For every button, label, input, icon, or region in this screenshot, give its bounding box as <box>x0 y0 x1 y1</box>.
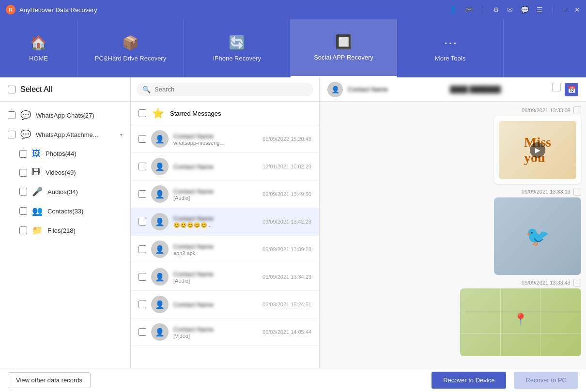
chat-item-6[interactable]: 👤 Contact Name [Audio] 09/09/2021 13:34:… <box>131 263 319 291</box>
chat-3-name: Contact Name <box>173 188 258 195</box>
videos-label: Videos(49) <box>46 169 123 176</box>
files-checkbox[interactable] <box>19 226 27 234</box>
miss-you-img-wrapper: Missyou ▶ <box>499 121 576 179</box>
chat-icon[interactable]: 💬 <box>521 6 529 14</box>
calendar-icon[interactable]: 📅 <box>565 83 578 96</box>
header-icons: 📅 <box>552 83 578 96</box>
discord-icon[interactable]: 🎮 <box>465 6 473 14</box>
select-all-checkbox[interactable] <box>8 86 15 93</box>
middle-panel: 🔍 ⭐ Starred Messages 👤 Contact Name what… <box>131 77 320 368</box>
chat-6-info: Contact Name [Audio] <box>173 271 258 284</box>
sidebar-item-files[interactable]: 📁 Files(218) <box>0 221 130 240</box>
chat-7-time: 06/03/2021 15:24:51 <box>262 302 311 307</box>
header-contact-name: Contact Name <box>348 86 445 93</box>
starred-checkbox[interactable] <box>139 109 146 117</box>
search-input[interactable] <box>154 86 308 93</box>
chat-item-2[interactable]: 👤 Contact Name 12/01/2021 10:02:20 <box>131 153 319 181</box>
chat-8-info: Contact Name [Video] <box>173 326 258 339</box>
nav-social-app[interactable]: 🔲 Social APP Recovery <box>291 19 397 77</box>
videos-icon: 🎞 <box>32 167 41 178</box>
msg-2-checkbox[interactable] <box>573 188 581 196</box>
nav-pc-hard-drive[interactable]: 📦 PC&Hard Drive Recovery <box>77 19 184 77</box>
photos-checkbox[interactable] <box>19 150 27 158</box>
chat-5-avatar: 👤 <box>151 241 169 258</box>
main-content: Select All 💬 WhatsApp Chats(27) 💬 WhatsA… <box>0 77 586 368</box>
separator <box>483 6 483 14</box>
chat-6-time: 09/09/2021 13:34:23 <box>262 274 311 280</box>
map-line-3 <box>500 288 501 356</box>
chat-2-checkbox[interactable] <box>139 163 146 170</box>
chat-6-name: Contact Name <box>173 271 258 278</box>
contacts-checkbox[interactable] <box>19 207 27 215</box>
close-button[interactable]: ✕ <box>574 6 580 14</box>
sidebar-item-audios[interactable]: 🎤 Audios(34) <box>0 182 130 201</box>
select-all-row: Select All <box>0 77 130 102</box>
app-title: AnyRecover Data Recovery <box>19 6 449 14</box>
header-name-blurred: ████ ███████ <box>450 86 547 93</box>
title-bar: R AnyRecover Data Recovery 👤 🎮 ⚙ ✉ 💬 ☰ −… <box>0 0 586 19</box>
minimize-button[interactable]: − <box>563 6 567 14</box>
sidebar-item-whatsapp-chats[interactable]: 💬 WhatsApp Chats(27) <box>0 106 130 125</box>
chat-1-checkbox[interactable] <box>139 135 146 143</box>
sidebar-item-contacts[interactable]: 👥 Contacts(33) <box>0 201 130 221</box>
search-wrapper: 🔍 <box>137 83 313 96</box>
msg-3-checkbox[interactable] <box>573 279 581 286</box>
settings-icon[interactable]: ⚙ <box>493 6 499 14</box>
chat-3-checkbox[interactable] <box>139 190 146 198</box>
nav-more-tools[interactable]: ⋯ More Tools <box>397 19 504 77</box>
chat-item-4[interactable]: 👤 Contact Name 😊😊😊😊😊... 09/09/2021 13:42… <box>131 208 319 236</box>
recover-to-device-button[interactable]: Recover to Device <box>432 372 506 389</box>
messages-area: 09/09/2021 13:33:09 Missyou ▶ <box>320 102 586 368</box>
chat-6-checkbox[interactable] <box>139 273 146 281</box>
chat-2-time: 12/01/2021 10:02:20 <box>262 164 311 169</box>
chat-5-checkbox[interactable] <box>139 245 146 253</box>
view-other-records-button[interactable]: View other data records <box>8 372 91 388</box>
chat-7-checkbox[interactable] <box>139 301 146 308</box>
nav-bar: 🏠 HOME 📦 PC&Hard Drive Recovery 🔄 iPhone… <box>0 19 586 77</box>
sidebar-item-photos[interactable]: 🖼 Photos(44) <box>0 144 130 163</box>
sidebar-item-whatsapp-attachments[interactable]: 💬 WhatsApp Attachme... ▾ <box>0 125 130 144</box>
nav-pc-label: PC&Hard Drive Recovery <box>95 55 166 62</box>
chat-1-time: 05/09/2022 15:20:43 <box>262 136 311 142</box>
whatsapp-chats-checkbox[interactable] <box>8 111 15 119</box>
whatsapp-attach-icon: 💬 <box>20 129 31 140</box>
iphone-icon: 🔄 <box>229 35 246 51</box>
sidebar: Select All 💬 WhatsApp Chats(27) 💬 WhatsA… <box>0 77 131 368</box>
audios-checkbox[interactable] <box>19 188 27 196</box>
menu-icon[interactable]: ☰ <box>537 6 543 14</box>
sidebar-items: 💬 WhatsApp Chats(27) 💬 WhatsApp Attachme… <box>0 102 130 368</box>
whatsapp-attachments-checkbox[interactable] <box>8 131 15 138</box>
chat-7-info: Contact Name <box>173 301 258 308</box>
videos-checkbox[interactable] <box>19 169 27 177</box>
sidebar-item-videos[interactable]: 🎞 Videos(49) <box>0 163 130 182</box>
miss-you-card: Missyou ▶ <box>494 116 581 184</box>
chat-5-sub: app2.apk <box>173 250 258 256</box>
nav-home[interactable]: 🏠 HOME <box>0 19 77 77</box>
header-checkbox[interactable] <box>552 83 561 91</box>
map-image: 📍 <box>460 288 581 356</box>
whatsapp-attachments-label: WhatsApp Attachme... <box>36 131 115 138</box>
search-bar: 🔍 <box>131 77 319 102</box>
select-all-label: Select All <box>20 85 52 94</box>
msg-1-checkbox[interactable] <box>573 106 581 114</box>
starred-row[interactable]: ⭐ Starred Messages <box>131 102 319 125</box>
message-3: 09/09/2021 13:33:43 📍 <box>324 279 581 356</box>
play-button[interactable]: ▶ <box>530 142 545 158</box>
chat-item-8[interactable]: 👤 Contact Name [Video] 06/03/2021 14:05:… <box>131 318 319 346</box>
nav-social-label: Social APP Recovery <box>314 54 373 61</box>
recover-to-pc-button[interactable]: Recover to PC <box>514 372 578 389</box>
nav-iphone[interactable]: 🔄 iPhone Recovery <box>184 19 291 77</box>
chat-item-5[interactable]: 👤 Contact Name app2.apk 09/09/2021 13:39… <box>131 236 319 263</box>
social-app-icon: 🔲 <box>335 34 352 50</box>
chat-item-3[interactable]: 👤 Contact Name [Audio] 09/09/2021 13:49:… <box>131 181 319 208</box>
pc-hard-drive-icon: 📦 <box>122 35 139 51</box>
chat-list: 👤 Contact Name whatsapp-messeng... 05/09… <box>131 125 319 368</box>
chat-item-1[interactable]: 👤 Contact Name whatsapp-messeng... 05/09… <box>131 125 319 153</box>
mail-icon[interactable]: ✉ <box>507 6 513 14</box>
chat-3-avatar: 👤 <box>151 185 169 203</box>
chat-6-avatar: 👤 <box>151 268 169 286</box>
chat-4-checkbox[interactable] <box>139 218 146 226</box>
chat-item-7[interactable]: 👤 Contact Name 06/03/2021 15:24:51 <box>131 291 319 318</box>
profile-icon[interactable]: 👤 <box>449 6 457 14</box>
chat-8-checkbox[interactable] <box>139 328 146 336</box>
